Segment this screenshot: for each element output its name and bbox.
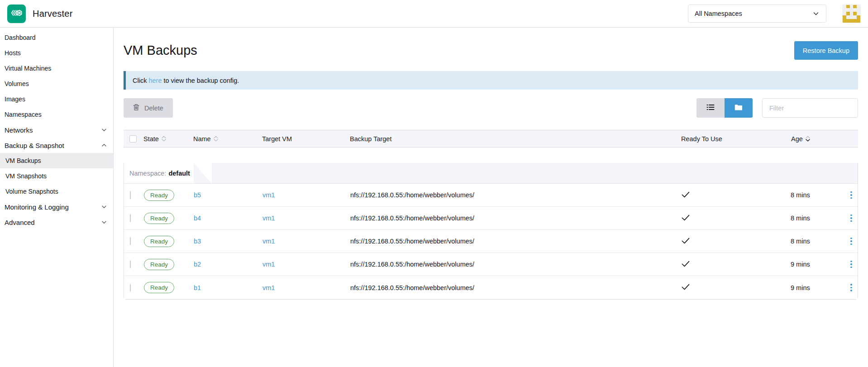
state-cell: Ready bbox=[144, 282, 194, 293]
backup-name-link[interactable]: b3 bbox=[194, 238, 201, 245]
target-vm-link[interactable]: vm1 bbox=[262, 261, 275, 268]
target-vm-cell: vm1 bbox=[262, 284, 350, 291]
row-checkbox[interactable] bbox=[130, 260, 131, 268]
app-title: Harvester bbox=[33, 9, 73, 19]
ready-check-icon bbox=[682, 261, 690, 268]
backup-target-cell: nfs://192.168.0.55:/home/webber/volumes/ bbox=[350, 261, 681, 268]
harvester-logo-icon bbox=[10, 7, 23, 21]
avatar-pixel bbox=[857, 15, 860, 19]
column-header-age[interactable]: Age bbox=[791, 135, 845, 143]
group-label: Namespace: bbox=[129, 170, 166, 177]
avatar-pixel bbox=[843, 5, 846, 9]
sidebar-item-backup-snapshot[interactable]: Backup & Snapshot bbox=[0, 138, 113, 153]
sidebar-item-volume-snapshots[interactable]: Volume Snapshots bbox=[0, 184, 113, 199]
target-vm-link[interactable]: vm1 bbox=[262, 191, 275, 199]
backup-name-link[interactable]: b1 bbox=[194, 284, 201, 291]
ready-to-use-cell bbox=[681, 214, 791, 222]
banner-here-link[interactable]: here bbox=[148, 77, 162, 84]
row-checkbox[interactable] bbox=[130, 191, 131, 199]
row-checkbox-cell bbox=[124, 214, 144, 222]
row-checkbox[interactable] bbox=[130, 284, 131, 292]
top-bar: Harvester All Namespaces bbox=[0, 0, 868, 28]
delete-button[interactable]: Delete bbox=[124, 98, 173, 118]
sidebar-item-advanced[interactable]: Advanced bbox=[0, 214, 113, 230]
select-all-checkbox[interactable] bbox=[129, 135, 137, 143]
sidebar-item-namespaces[interactable]: Namespaces bbox=[0, 107, 113, 122]
column-header-name[interactable]: Name bbox=[193, 135, 262, 143]
row-actions-menu-icon[interactable] bbox=[845, 190, 858, 201]
table-header-row: State Name Target VM Backup Target Ready… bbox=[124, 130, 858, 148]
target-vm-link[interactable]: vm1 bbox=[262, 238, 275, 245]
namespace-filter-select[interactable]: All Namespaces bbox=[688, 5, 826, 23]
namespace-group-tab: Namespace: default bbox=[124, 163, 194, 183]
sidebar-item-networks[interactable]: Networks bbox=[0, 122, 113, 138]
column-header-label: Age bbox=[791, 135, 803, 143]
backup-name-link[interactable]: b2 bbox=[194, 261, 201, 268]
backup-target-cell: nfs://192.168.0.55:/home/webber/volumes/ bbox=[350, 284, 681, 291]
avatar-pixel bbox=[857, 5, 860, 9]
sidebar-item-volumes[interactable]: Volumes bbox=[0, 76, 113, 91]
target-vm-cell: vm1 bbox=[262, 214, 350, 222]
avatar-pixel bbox=[843, 12, 846, 15]
row-actions-cell bbox=[845, 259, 858, 270]
delete-button-label: Delete bbox=[144, 105, 163, 112]
sidebar-item-hosts[interactable]: Hosts bbox=[0, 45, 113, 61]
title-row: VM Backups Restore Backup bbox=[124, 41, 858, 60]
ready-to-use-cell bbox=[681, 261, 791, 268]
column-header-state[interactable]: State bbox=[143, 135, 193, 143]
backup-name-link[interactable]: b5 bbox=[194, 191, 201, 199]
group-tab-slant bbox=[194, 163, 212, 184]
ready-to-use-cell bbox=[681, 191, 791, 199]
user-avatar[interactable] bbox=[842, 5, 861, 23]
sidebar-item-dashboard[interactable]: Dashboard bbox=[0, 30, 113, 45]
state-badge: Ready bbox=[144, 282, 174, 293]
age-cell: 9 mins bbox=[791, 261, 845, 268]
sidebar-item-vm-snapshots[interactable]: VM Snapshots bbox=[0, 168, 113, 184]
harvester-logo[interactable] bbox=[7, 5, 26, 23]
sidebar-item-label: Volume Snapshots bbox=[5, 188, 107, 195]
avatar-pixel bbox=[843, 15, 846, 19]
row-actions-menu-icon[interactable] bbox=[845, 282, 858, 293]
row-checkbox[interactable] bbox=[130, 214, 131, 222]
sidebar-item-virtual-machines[interactable]: Virtual Machines bbox=[0, 61, 113, 76]
name-cell: b3 bbox=[194, 238, 262, 245]
avatar-pixel bbox=[857, 8, 860, 12]
list-view-button[interactable] bbox=[696, 98, 725, 118]
target-vm-link[interactable]: vm1 bbox=[262, 284, 275, 291]
column-header-label: Name bbox=[193, 135, 211, 143]
trash-icon bbox=[133, 104, 139, 112]
target-vm-cell: vm1 bbox=[262, 261, 350, 268]
header-checkbox-cell bbox=[124, 135, 143, 143]
target-vm-link[interactable]: vm1 bbox=[262, 214, 275, 222]
sidebar-item-label: Namespaces bbox=[5, 111, 107, 118]
row-checkbox-cell bbox=[124, 191, 144, 199]
sidebar-item-label: VM Snapshots bbox=[5, 172, 107, 180]
rows-container: Ready b5 vm1 nfs://192.168.0.55:/home/we… bbox=[124, 184, 858, 299]
row-actions-cell bbox=[845, 282, 858, 293]
grouped-view-button[interactable] bbox=[725, 98, 753, 118]
row-actions-menu-icon[interactable] bbox=[845, 213, 858, 224]
restore-backup-button[interactable]: Restore Backup bbox=[794, 41, 858, 60]
backup-name-link[interactable]: b4 bbox=[194, 214, 201, 222]
sidebar-item-images[interactable]: Images bbox=[0, 91, 113, 107]
sort-icon bbox=[214, 136, 218, 142]
chevron-up-icon bbox=[101, 142, 107, 148]
table-body: Namespace: default Ready b5 vm1 nfs://19… bbox=[124, 163, 858, 300]
avatar-pixel bbox=[846, 15, 850, 19]
row-actions-menu-icon[interactable] bbox=[845, 259, 858, 270]
ready-to-use-cell bbox=[681, 284, 791, 291]
row-actions-menu-icon[interactable] bbox=[845, 236, 858, 247]
sidebar-item-monitoring-logging[interactable]: Monitoring & Logging bbox=[0, 199, 113, 214]
avatar-pixel bbox=[850, 5, 854, 9]
target-vm-cell: vm1 bbox=[262, 191, 350, 199]
row-checkbox[interactable] bbox=[130, 237, 131, 245]
age-cell: 8 mins bbox=[791, 191, 845, 199]
name-cell: b5 bbox=[194, 191, 262, 199]
avatar-pixel bbox=[853, 19, 857, 23]
group-value: default bbox=[168, 170, 190, 177]
sidebar-item-label: Dashboard bbox=[5, 34, 107, 41]
avatar-pixel bbox=[843, 8, 846, 12]
filter-input[interactable] bbox=[762, 98, 858, 118]
row-actions-cell bbox=[845, 190, 858, 201]
sidebar-item-vm-backups[interactable]: VM Backups bbox=[0, 153, 113, 168]
